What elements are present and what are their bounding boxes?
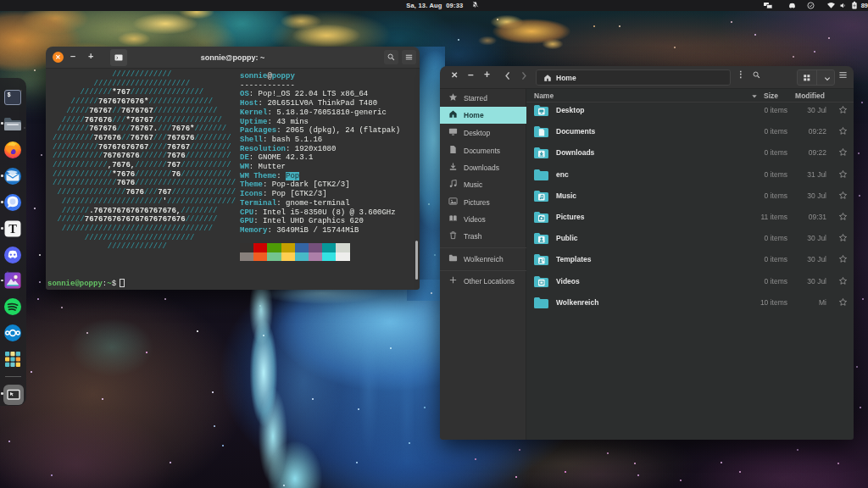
svg-text:$: $ <box>8 92 11 98</box>
svg-text:T: T <box>8 222 17 236</box>
